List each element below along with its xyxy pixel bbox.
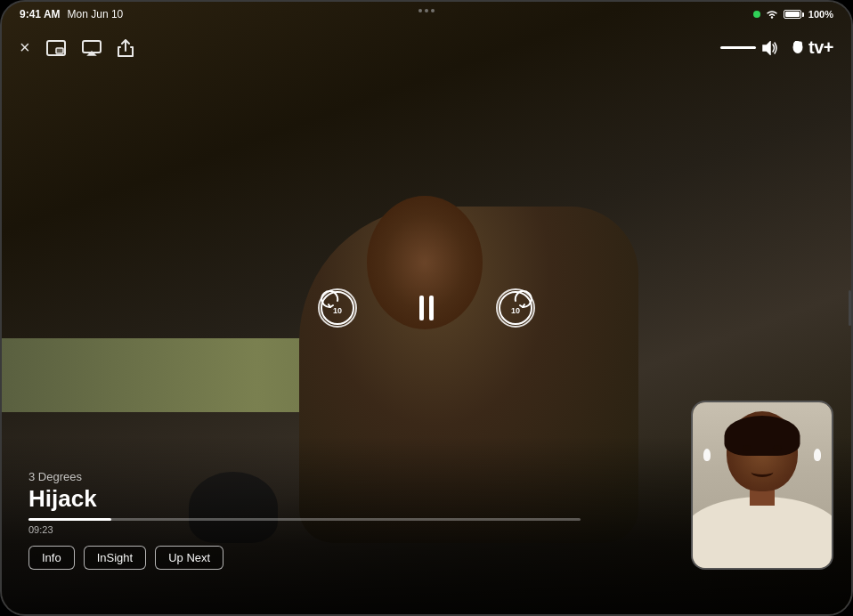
battery-body bbox=[784, 10, 801, 19]
status-bar-right: 100% bbox=[753, 9, 833, 20]
airplay-button[interactable] bbox=[82, 40, 102, 56]
volume-icon bbox=[761, 41, 779, 55]
status-time: 9:41 AM bbox=[20, 8, 61, 20]
top-right-controls: tv+ bbox=[720, 37, 833, 58]
airplay-icon bbox=[82, 40, 102, 56]
apple-icon bbox=[790, 40, 806, 56]
facetime-shoulders bbox=[691, 497, 833, 568]
pause-icon bbox=[419, 296, 434, 320]
insight-button[interactable]: InSight bbox=[84, 546, 146, 570]
pause-bar-right bbox=[429, 296, 434, 320]
progress-bar-container[interactable] bbox=[28, 518, 581, 521]
svg-rect-1 bbox=[56, 48, 63, 53]
playback-controls: 10 10 bbox=[318, 288, 535, 328]
wifi-icon bbox=[765, 9, 779, 20]
svg-text:10: 10 bbox=[511, 306, 520, 315]
facetime-smile bbox=[751, 466, 774, 477]
progress-fill bbox=[28, 518, 111, 521]
facetime-head bbox=[727, 411, 798, 491]
share-button[interactable] bbox=[118, 39, 134, 57]
battery-percent: 100% bbox=[808, 9, 833, 20]
battery-tip bbox=[802, 12, 804, 17]
facetime-eye-right bbox=[773, 445, 782, 451]
svg-text:10: 10 bbox=[333, 306, 342, 315]
status-bar: 9:41 AM Mon Jun 10 100% bbox=[2, 2, 851, 27]
facetime-overlay[interactable] bbox=[691, 401, 833, 570]
appletv-text: tv+ bbox=[808, 37, 833, 58]
info-button[interactable]: Info bbox=[28, 546, 75, 570]
up-next-button[interactable]: Up Next bbox=[155, 546, 223, 570]
close-icon: × bbox=[20, 37, 30, 58]
top-controls: × bbox=[2, 30, 851, 65]
volume-bar-line bbox=[720, 46, 756, 49]
skip-forward-icon: 10 bbox=[498, 290, 533, 326]
earbud-right bbox=[814, 449, 821, 461]
skip-back-icon: 10 bbox=[320, 290, 355, 326]
skip-back-button[interactable]: 10 bbox=[318, 288, 357, 328]
battery-icon bbox=[784, 10, 804, 19]
ipad-frame: 9:41 AM Mon Jun 10 100% bbox=[0, 0, 853, 616]
top-left-controls: × bbox=[20, 37, 134, 58]
pip-icon bbox=[46, 40, 66, 56]
volume-control[interactable] bbox=[720, 41, 779, 55]
status-bar-left: 9:41 AM Mon Jun 10 bbox=[20, 8, 123, 20]
svg-point-3 bbox=[793, 41, 803, 53]
facetime-video bbox=[693, 402, 832, 568]
facetime-hair bbox=[725, 416, 800, 456]
pause-bar-left bbox=[419, 296, 424, 320]
facetime-eye-left bbox=[743, 445, 751, 451]
appletv-logo: tv+ bbox=[790, 37, 833, 58]
skip-forward-button[interactable]: 10 bbox=[496, 288, 535, 328]
pip-button[interactable] bbox=[46, 40, 66, 56]
share-icon bbox=[118, 39, 134, 57]
earbud-left bbox=[703, 449, 711, 461]
status-date: Mon Jun 10 bbox=[68, 8, 124, 20]
battery-fill bbox=[785, 12, 800, 17]
close-button[interactable]: × bbox=[20, 37, 30, 58]
pause-button[interactable] bbox=[410, 292, 443, 324]
person-status-dot bbox=[753, 11, 760, 18]
side-button[interactable] bbox=[849, 290, 851, 326]
